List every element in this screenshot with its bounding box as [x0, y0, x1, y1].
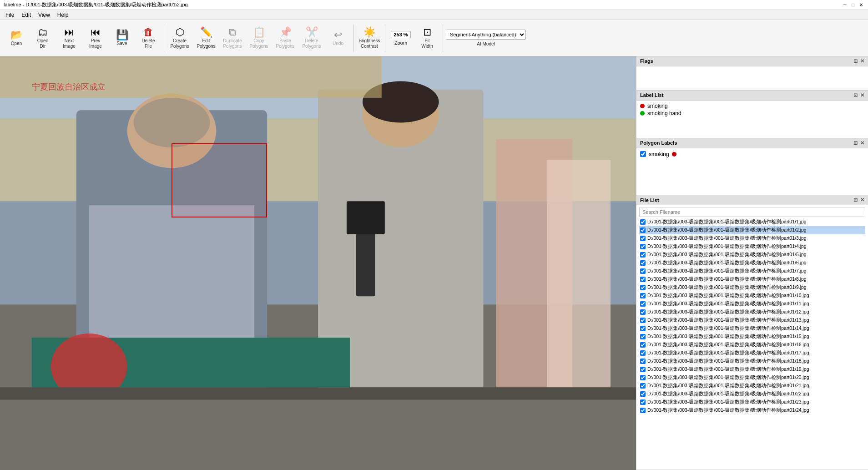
- label-list-expand-icon[interactable]: ⊡: [853, 92, 858, 98]
- file-checkbox[interactable]: [640, 350, 646, 356]
- next-label: NextImage: [63, 38, 76, 49]
- menu-edit[interactable]: Edit: [18, 11, 35, 19]
- flags-header: Flags ⊡ ✕: [636, 56, 868, 66]
- file-checkbox[interactable]: [640, 236, 646, 241]
- file-item[interactable]: D:/001-数据集/003-吸烟数据集/001-吸烟数据集/吸烟动作检测par…: [639, 259, 865, 267]
- ai-model-select[interactable]: Segment-Anything (balanced) Segment-Anyt…: [446, 30, 526, 40]
- prev-image-button[interactable]: ⏮ PrevImage: [83, 23, 108, 54]
- menu-help[interactable]: Help: [54, 11, 72, 19]
- file-item[interactable]: D:/001-数据集/003-吸烟数据集/001-吸烟数据集/吸烟动作检测par…: [639, 292, 865, 300]
- file-item[interactable]: D:/001-数据集/003-吸烟数据集/001-吸烟数据集/吸烟动作检测par…: [639, 300, 865, 308]
- copy-polygons-label: CopyPolygons: [249, 38, 268, 49]
- open-button[interactable]: 📂 Open: [4, 23, 29, 54]
- file-item[interactable]: D:/001-数据集/003-吸烟数据集/001-吸烟数据集/吸烟动作检测par…: [639, 382, 865, 390]
- flags-expand-icon[interactable]: ⊡: [853, 58, 858, 64]
- file-item[interactable]: D:/001-数据集/003-吸烟数据集/001-吸烟数据集/吸烟动作检测par…: [639, 218, 865, 226]
- file-checkbox[interactable]: [640, 383, 646, 389]
- file-checkbox[interactable]: [640, 260, 646, 266]
- file-item[interactable]: D:/001-数据集/003-吸烟数据集/001-吸烟数据集/吸烟动作检测par…: [639, 226, 865, 234]
- file-checkbox[interactable]: [640, 285, 646, 290]
- file-checkbox[interactable]: [640, 309, 646, 315]
- file-item[interactable]: D:/001-数据集/003-吸烟数据集/001-吸烟数据集/吸烟动作检测par…: [639, 275, 865, 283]
- canvas-area[interactable]: 宁夏回族自治区成立: [0, 56, 636, 470]
- file-checkbox[interactable]: [640, 334, 646, 339]
- file-checkbox[interactable]: [640, 244, 646, 249]
- paste-polygons-button[interactable]: 📌 PastePolygons: [273, 23, 298, 54]
- label-item-smoking-hand[interactable]: smoking hand: [639, 110, 865, 117]
- file-item[interactable]: D:/001-数据集/003-吸烟数据集/001-吸烟数据集/吸烟动作检测par…: [639, 406, 865, 414]
- title-bar: labelme - D:/001-数据集/003-吸烟数据集/001-吸烟数据集…: [0, 0, 868, 10]
- file-checkbox[interactable]: [640, 375, 646, 380]
- file-search-input[interactable]: [639, 207, 865, 217]
- file-item[interactable]: D:/001-数据集/003-吸烟数据集/001-吸烟数据集/吸烟动作检测par…: [639, 398, 865, 406]
- file-item[interactable]: D:/001-数据集/003-吸烟数据集/001-吸烟数据集/吸烟动作检测par…: [639, 267, 865, 275]
- polygon-labels-expand-icon[interactable]: ⊡: [853, 140, 858, 146]
- save-button[interactable]: 💾 Save: [109, 23, 135, 54]
- file-item[interactable]: D:/001-数据集/003-吸烟数据集/001-吸烟数据集/吸烟动作检测par…: [639, 357, 865, 365]
- file-item[interactable]: D:/001-数据集/003-吸烟数据集/001-吸烟数据集/吸烟动作检测par…: [639, 316, 865, 324]
- save-label: Save: [117, 41, 127, 46]
- minimize-button[interactable]: ─: [842, 2, 848, 8]
- file-item[interactable]: D:/001-数据集/003-吸烟数据集/001-吸烟数据集/吸烟动作检测par…: [639, 390, 865, 398]
- delete-file-button[interactable]: 🗑 DeleteFile: [136, 23, 161, 54]
- file-checkbox[interactable]: [640, 367, 646, 372]
- canvas-image: 宁夏回族自治区成立: [0, 56, 636, 470]
- file-checkbox[interactable]: [640, 326, 646, 331]
- svg-rect-19: [0, 395, 636, 470]
- file-checkbox[interactable]: [640, 277, 646, 282]
- create-polygons-button[interactable]: ⬡ CreatePolygons: [167, 23, 192, 54]
- file-item[interactable]: D:/001-数据集/003-吸烟数据集/001-吸烟数据集/吸烟动作检测par…: [639, 308, 865, 316]
- file-item[interactable]: D:/001-数据集/003-吸烟数据集/001-吸烟数据集/吸烟动作检测par…: [639, 251, 865, 259]
- polygon-labels-close-icon[interactable]: ✕: [860, 140, 864, 146]
- file-checkbox[interactable]: [640, 318, 646, 323]
- file-checkbox[interactable]: [640, 293, 646, 298]
- flags-close-icon[interactable]: ✕: [860, 58, 864, 64]
- edit-polygons-button[interactable]: ✏️ EditPolygons: [193, 23, 219, 54]
- file-checkbox[interactable]: [640, 301, 646, 307]
- file-checkbox[interactable]: [640, 268, 646, 274]
- separator-4: [443, 25, 443, 52]
- file-item[interactable]: D:/001-数据集/003-吸烟数据集/001-吸烟数据集/吸烟动作检测par…: [639, 283, 865, 292]
- file-checkbox[interactable]: [640, 408, 646, 413]
- file-item[interactable]: D:/001-数据集/003-吸烟数据集/001-吸烟数据集/吸烟动作检测par…: [639, 349, 865, 357]
- file-item[interactable]: D:/001-数据集/003-吸烟数据集/001-吸烟数据集/吸烟动作检测par…: [639, 333, 865, 341]
- file-name: D:/001-数据集/003-吸烟数据集/001-吸烟数据集/吸烟动作检测par…: [647, 243, 807, 250]
- file-item[interactable]: D:/001-数据集/003-吸烟数据集/001-吸烟数据集/吸烟动作检测par…: [639, 324, 865, 333]
- close-button[interactable]: ✕: [858, 2, 864, 8]
- next-image-button[interactable]: ⏭ NextImage: [56, 23, 82, 54]
- open-dir-button[interactable]: 🗂 OpenDir: [30, 23, 56, 54]
- duplicate-polygons-button[interactable]: ⧉ DuplicatePolygons: [220, 23, 245, 54]
- file-name: D:/001-数据集/003-吸烟数据集/001-吸烟数据集/吸烟动作检测par…: [647, 284, 807, 291]
- file-name: D:/001-数据集/003-吸烟数据集/001-吸烟数据集/吸烟动作检测par…: [647, 293, 809, 299]
- file-checkbox[interactable]: [640, 391, 646, 397]
- label-list-section: Label List ⊡ ✕ smoking smoking hand: [636, 91, 868, 138]
- file-checkbox[interactable]: [640, 359, 646, 364]
- label-item-smoking[interactable]: smoking: [639, 102, 865, 110]
- copy-polygons-button[interactable]: 📋 CopyPolygons: [246, 23, 272, 54]
- file-item[interactable]: D:/001-数据集/003-吸烟数据集/001-吸烟数据集/吸烟动作检测par…: [639, 341, 865, 349]
- polygon-item-smoking[interactable]: smoking: [639, 150, 865, 158]
- brightness-contrast-button[interactable]: ☀️ BrightnessContrast: [357, 23, 382, 54]
- file-list-close-icon[interactable]: ✕: [860, 197, 864, 203]
- file-item[interactable]: D:/001-数据集/003-吸烟数据集/001-吸烟数据集/吸烟动作检测par…: [639, 374, 865, 382]
- delete-polygons-button[interactable]: ✂️ DeletePolygons: [299, 23, 324, 54]
- label-list-close-icon[interactable]: ✕: [860, 92, 864, 98]
- file-checkbox[interactable]: [640, 342, 646, 348]
- maximize-button[interactable]: □: [850, 2, 856, 8]
- undo-button[interactable]: ↩ Undo: [325, 23, 351, 54]
- file-checkbox[interactable]: [640, 252, 646, 258]
- file-item[interactable]: D:/001-数据集/003-吸烟数据集/001-吸烟数据集/吸烟动作检测par…: [639, 234, 865, 243]
- menu-view[interactable]: View: [35, 11, 54, 19]
- file-item[interactable]: D:/001-数据集/003-吸烟数据集/001-吸烟数据集/吸烟动作检测par…: [639, 365, 865, 374]
- file-checkbox[interactable]: [640, 399, 646, 405]
- file-checkbox[interactable]: [640, 219, 646, 225]
- menu-file[interactable]: File: [2, 11, 18, 19]
- file-item[interactable]: D:/001-数据集/003-吸烟数据集/001-吸烟数据集/吸烟动作检测par…: [639, 243, 865, 251]
- file-name: D:/001-数据集/003-吸烟数据集/001-吸烟数据集/吸烟动作检测par…: [647, 407, 809, 414]
- file-list-expand-icon[interactable]: ⊡: [853, 197, 858, 203]
- polygon-smoking-label: smoking: [649, 151, 669, 157]
- file-checkbox[interactable]: [640, 227, 646, 233]
- fit-width-button[interactable]: ⊡ FitWidth: [414, 23, 440, 54]
- polygon-smoking-checkbox[interactable]: [640, 151, 646, 157]
- title-bar-controls: ─ □ ✕: [842, 2, 864, 8]
